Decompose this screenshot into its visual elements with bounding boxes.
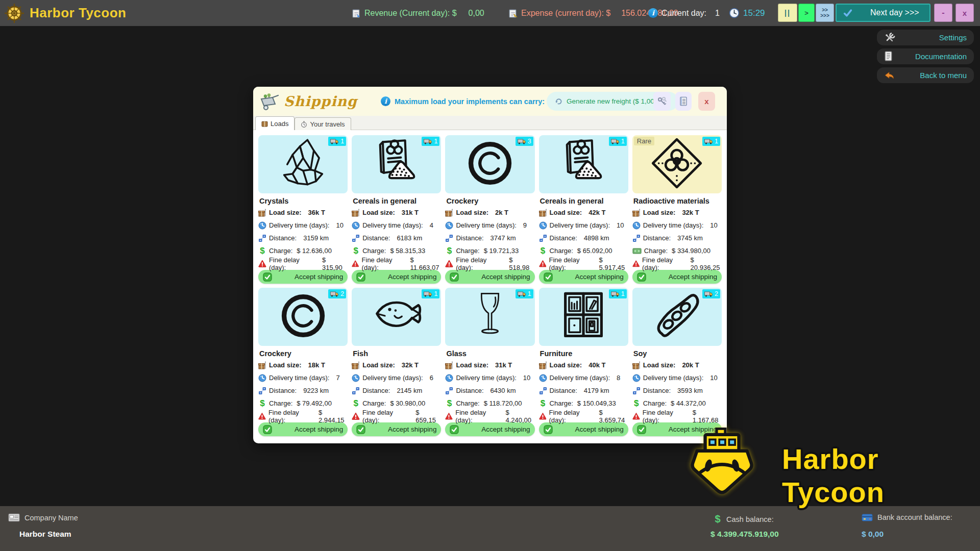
stat-label: Fine delay (day): (269, 256, 318, 271)
tab-loads[interactable]: Loads (255, 116, 295, 130)
stat-value: 2k T (495, 209, 508, 216)
accept-shipping-button[interactable]: Accept shipping (445, 270, 534, 284)
stat-value: 36k T (308, 209, 325, 216)
accept-shipping-label: Accept shipping (575, 273, 623, 281)
bank-balance-value: $ 0,00 (862, 530, 884, 539)
checkbox-icon (450, 272, 459, 282)
truck-icon (330, 291, 338, 297)
stat-label: Delivery time (days): (362, 221, 423, 229)
load-size-icon (539, 361, 547, 369)
accept-shipping-button[interactable]: Accept shipping (258, 270, 348, 284)
stat-value: 40k T (589, 361, 605, 369)
info-icon: i (381, 96, 390, 106)
keys-button[interactable] (653, 92, 671, 111)
charge-dollar-icon: $ (258, 398, 266, 409)
stat-label: Charge: (643, 399, 667, 407)
stat-value: $ 58.315,33 (390, 247, 425, 255)
refresh-icon (555, 97, 562, 105)
accept-shipping-button[interactable]: Accept shipping (258, 422, 348, 436)
fine-warning-icon (632, 412, 640, 420)
stat-value: 7 (336, 374, 339, 382)
stat-value: 6 (430, 374, 433, 382)
stat-row: Fine delay (day): $ 11.663,07 (352, 257, 441, 270)
freight-image: 1 (352, 135, 441, 193)
freight-list-button[interactable] (675, 92, 692, 111)
stat-label: Load size: (269, 361, 302, 369)
truck-count-badge: 2 (702, 289, 720, 298)
close-window-button[interactable]: x (955, 4, 974, 22)
stat-label: Fine delay (day): (642, 256, 687, 271)
stat-value: 6430 km (491, 387, 516, 394)
stat-label: Load size: (643, 209, 676, 216)
stat-value: $ 30.980,00 (390, 399, 425, 407)
distance-icon (632, 234, 641, 242)
fast-forward-button[interactable]: >> >>> (816, 4, 834, 22)
stat-row: Distance: 9223 km (258, 384, 348, 397)
furniture-icon (557, 289, 610, 344)
stat-row: Charge: $ 334.980,00 (632, 244, 722, 257)
delivery-time-icon (632, 374, 641, 382)
freight-card: 1 Furniture Load size: 40k T Delivery ti… (539, 288, 628, 436)
fine-warning-icon (539, 412, 547, 420)
cash-balance-label: Cash balance: (726, 515, 774, 523)
company-name-label-row: Company Name (8, 513, 78, 522)
load-size-icon (352, 209, 360, 217)
freight-image: 1 (539, 288, 628, 346)
stat-value: 10 (617, 221, 624, 229)
stat-value: 4 (430, 221, 433, 229)
stat-row: Fine delay (day): $ 20.936,25 (632, 257, 722, 270)
accept-shipping-button[interactable]: Accept shipping (352, 422, 441, 436)
distance-icon (352, 387, 360, 395)
stat-value: $ 518,98 (509, 256, 534, 271)
truck-count: 1 (715, 138, 718, 145)
accept-shipping-button[interactable]: Accept shipping (539, 270, 628, 284)
app-title: Harbor Tycoon (30, 5, 126, 21)
expense-notepad-icon (508, 8, 518, 18)
truck-count: 1 (528, 290, 531, 297)
distance-icon (539, 234, 547, 242)
minimize-window-button[interactable]: - (934, 4, 952, 22)
distance-icon (445, 387, 453, 395)
stat-row: Distance: 3593 km (632, 384, 722, 397)
accept-shipping-button[interactable]: Accept shipping (445, 422, 534, 436)
truck-count-badge: 2 (328, 289, 346, 298)
accept-shipping-button[interactable]: Accept shipping (539, 422, 628, 436)
truck-icon (704, 139, 713, 144)
freight-name: Crystals (259, 197, 348, 205)
credit-card-icon (862, 514, 873, 521)
back-to-menu-button[interactable]: Back to menu (877, 67, 974, 83)
truck-icon (704, 291, 713, 297)
truck-count: 1 (434, 290, 437, 297)
pause-button[interactable]: || (778, 4, 797, 22)
stat-label: Fine delay (day): (362, 256, 406, 271)
truck-count: 3 (528, 138, 531, 145)
settings-button[interactable]: Settings (877, 30, 974, 45)
accept-shipping-button[interactable]: Accept shipping (352, 270, 441, 284)
distance-icon (352, 234, 360, 242)
stat-label: Delivery time (days): (643, 374, 703, 382)
stat-value: 4179 km (584, 387, 609, 394)
stat-label: Distance: (362, 234, 390, 242)
tab-your-travels[interactable]: Your travels (295, 117, 351, 130)
stat-row: Distance: 3747 km (445, 232, 534, 244)
stat-label: Load size: (362, 361, 395, 369)
documentation-button[interactable]: Documentation (877, 48, 974, 64)
document-icon (884, 51, 893, 62)
freight-image: 2 (632, 288, 722, 346)
truck-count: 2 (340, 290, 344, 297)
stat-row: Distance: 4898 km (539, 232, 628, 244)
close-dialog-button[interactable]: x (698, 92, 715, 111)
accept-shipping-button[interactable]: Accept shipping (632, 270, 722, 284)
fine-warning-icon (632, 260, 640, 267)
freight-card: 1 Glass Load size: 31k T Delivery time (… (445, 288, 534, 436)
stat-row: Load size: 31k T (445, 359, 534, 371)
stat-label: Load size: (550, 209, 582, 216)
play-button[interactable]: > (798, 4, 815, 22)
next-day-button[interactable]: Next day >>> (836, 4, 930, 22)
stat-row: Distance: 3159 km (258, 232, 348, 244)
rare-badge: Rare (634, 137, 654, 145)
stat-row: Load size: 2k T (445, 206, 534, 219)
stat-row: Delivery time (days): 10 (632, 371, 722, 384)
stat-row: Load size: 18k T (258, 359, 348, 371)
stat-label: Delivery time (days): (362, 374, 423, 382)
